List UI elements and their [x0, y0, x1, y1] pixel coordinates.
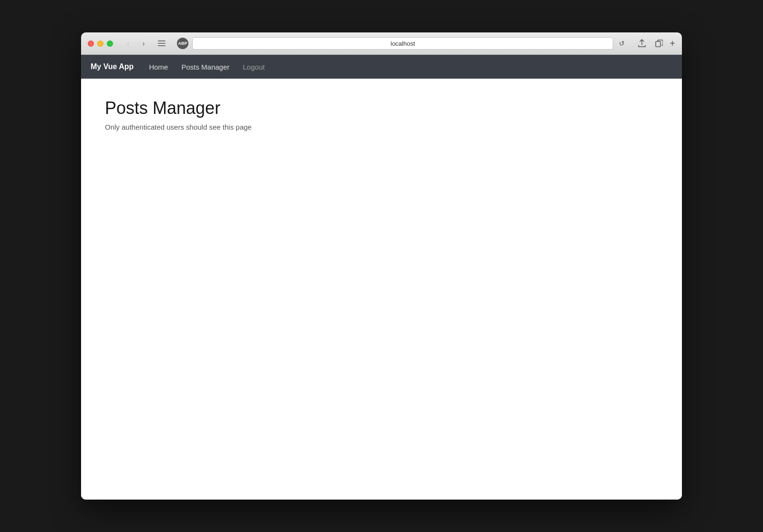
svg-rect-3 — [656, 41, 660, 47]
svg-rect-0 — [158, 41, 165, 41]
posts-manager-nav-link[interactable]: Posts Manager — [175, 60, 235, 74]
reload-button[interactable]: ↺ — [617, 39, 627, 48]
address-bar[interactable]: localhost — [192, 37, 613, 50]
traffic-lights — [88, 41, 113, 47]
close-button[interactable] — [88, 41, 94, 47]
page-body: Posts Manager Only authenticated users s… — [81, 79, 682, 500]
page-title: Posts Manager — [105, 98, 658, 118]
maximize-button[interactable] — [107, 41, 113, 47]
forward-button[interactable]: › — [137, 38, 150, 49]
browser-window: ‹ › ABP localhost ↺ — [81, 32, 682, 500]
logout-nav-link[interactable]: Logout — [237, 60, 270, 74]
app-content: My Vue App Home Posts Manager Logout Pos… — [81, 55, 682, 500]
app-brand-link[interactable]: My Vue App — [91, 62, 134, 71]
minimize-button[interactable] — [97, 41, 103, 47]
browser-actions: + — [635, 38, 675, 49]
browser-chrome: ‹ › ABP localhost ↺ — [81, 32, 682, 55]
new-tab-button[interactable]: + — [670, 39, 675, 48]
address-bar-area: ABP localhost ↺ — [177, 37, 627, 50]
adblock-icon: ABP — [177, 38, 188, 49]
app-navbar: My Vue App Home Posts Manager Logout — [81, 55, 682, 79]
app-nav-links: Home Posts Manager Logout — [143, 60, 270, 74]
page-subtitle: Only authenticated users should see this… — [105, 123, 658, 131]
svg-rect-2 — [158, 45, 165, 46]
sidebar-toggle-button[interactable] — [155, 38, 168, 49]
home-nav-link[interactable]: Home — [143, 60, 174, 74]
browser-titlebar: ‹ › ABP localhost ↺ — [81, 32, 682, 55]
svg-rect-1 — [158, 43, 165, 44]
share-button[interactable] — [635, 38, 649, 49]
nav-buttons: ‹ › — [122, 38, 150, 49]
duplicate-button[interactable] — [652, 38, 666, 49]
back-button[interactable]: ‹ — [122, 38, 135, 49]
